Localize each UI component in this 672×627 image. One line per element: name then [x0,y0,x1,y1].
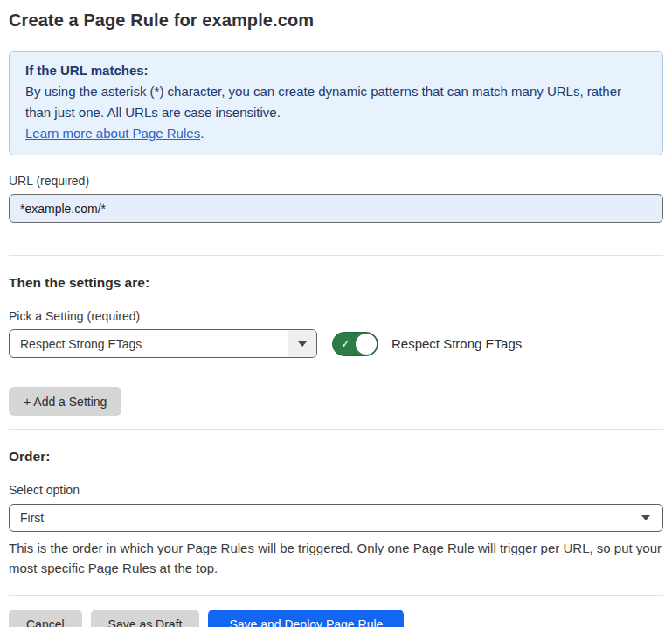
info-box-link-line: Learn more about Page Rules. [25,123,647,144]
pick-setting-label: Pick a Setting (required) [9,309,663,323]
url-input[interactable] [9,194,663,223]
setting-row: Respect Strong ETags ✓ Respect Strong ET… [9,329,663,358]
url-field-label: URL (required) [9,174,663,188]
setting-select[interactable]: Respect Strong ETags [9,329,317,358]
url-match-info-box: If the URL matches: By using the asteris… [9,51,663,155]
footer-actions: Cancel Save as Draft Save and Deploy Pag… [9,610,663,627]
divider [9,429,663,430]
order-select-label: Select option [9,483,663,497]
divider [9,255,663,256]
info-box-heading: If the URL matches: [25,60,647,81]
toggle-knob [356,334,377,355]
toggle-label: Respect Strong ETags [391,336,522,351]
caret-down-icon [641,515,650,520]
order-section-heading: Order: [9,449,663,465]
settings-section-heading: Then the settings are: [9,275,663,291]
link-period: . [200,126,204,141]
page-rule-form: Create a Page Rule for example.com If th… [0,0,672,627]
learn-more-link[interactable]: Learn more about Page Rules [25,126,200,141]
setting-select-arrow-button[interactable] [288,330,316,357]
order-help-text: This is the order in which your Page Rul… [9,538,663,578]
order-select-value: First [20,511,44,525]
order-select[interactable]: First [9,504,663,532]
page-title: Create a Page Rule for example.com [9,10,663,31]
check-icon: ✓ [341,338,350,349]
save-and-deploy-button[interactable]: Save and Deploy Page Rule [208,610,404,627]
chevron-down-icon [298,341,307,347]
setting-select-value: Respect Strong ETags [10,330,288,357]
etags-toggle[interactable]: ✓ [332,332,378,356]
add-setting-button[interactable]: + Add a Setting [9,387,121,416]
cancel-button[interactable]: Cancel [9,610,82,627]
info-box-body: By using the asterisk (*) character, you… [25,81,647,123]
divider [9,595,663,596]
save-as-draft-button[interactable]: Save as Draft [91,610,200,627]
